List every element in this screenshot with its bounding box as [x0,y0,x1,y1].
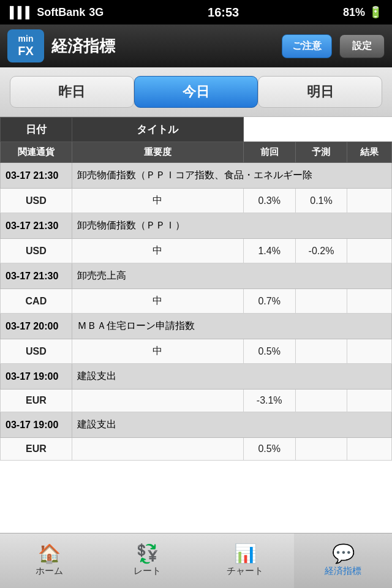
event-currency: EUR [1,438,72,461]
tab-chart-label: チャート [227,565,263,577]
event-currency: EUR [1,390,72,412]
table-row[interactable]: 03-17 20:00 ＭＢＡ住宅ローン申請指数 [1,314,392,339]
event-previous: 0.5% [243,438,295,461]
network-label: 3G [89,6,104,19]
event-result [347,189,392,213]
event-previous: 0.3% [243,189,295,213]
event-importance: 中 [72,289,243,314]
event-importance: 中 [72,189,243,213]
event-title: 建設支出 [72,412,391,438]
event-importance: 中 [72,239,243,263]
app-logo: min FX [7,29,44,62]
title-header: タイトル [72,118,243,142]
forecast-header: 予測 [295,142,347,163]
table-row[interactable]: 03-17 21:30 卸売物価指数（ＰＰＩコア指数、食品・エネルギー除 [1,163,392,189]
event-datetime: 03-17 19:00 [1,412,72,438]
tab-indicators[interactable]: 💬 経済指標 [294,533,392,588]
event-datetime: 03-17 20:00 [1,314,72,339]
events-table-container: 日付 タイトル 関連通貨 重要度 前回 予測 結果 03-17 21:30 卸売… [0,117,392,533]
tab-rates[interactable]: 💱 レート [98,533,196,588]
result-header: 結果 [347,142,392,163]
day-selector: 昨日 今日 明日 [0,67,392,117]
previous-header: 前回 [243,142,295,163]
event-previous: 0.5% [243,339,295,364]
time-label: 16:53 [208,6,239,20]
event-datetime: 03-17 21:30 [1,263,72,289]
event-title: 卸売物価指数（ＰＰＩ） [72,213,391,239]
table-row[interactable]: 03-17 21:30 卸売物価指数（ＰＰＩ） [1,213,392,239]
event-forecast: 0.1% [295,189,347,213]
indicators-icon: 💬 [332,545,355,563]
list-item: CAD 中 0.7% [1,289,392,314]
battery-label: 81% [343,6,365,19]
tab-rates-label: レート [134,565,161,577]
home-icon: 🏠 [38,545,61,563]
event-result [347,289,392,314]
event-currency: USD [1,339,72,364]
event-title: 卸売物価指数（ＰＰＩコア指数、食品・エネルギー除 [72,163,391,189]
column-header-row: 日付 タイトル [1,118,392,142]
list-item: EUR 0.5% [1,438,392,461]
event-forecast [295,339,347,364]
list-item: USD 中 1.4% -0.2% [1,239,392,263]
event-datetime: 03-17 21:30 [1,163,72,189]
sub-header-row: 関連通貨 重要度 前回 予測 結果 [1,142,392,163]
event-previous: 1.4% [243,239,295,263]
event-currency: USD [1,239,72,263]
importance-header: 重要度 [72,142,243,163]
status-bar: ▌▌▌ SoftBank 3G 16:53 81% 🔋 [0,0,392,24]
event-result [347,239,392,263]
event-datetime: 03-17 19:00 [1,364,72,390]
event-importance [72,390,243,412]
tomorrow-button[interactable]: 明日 [258,76,382,108]
table-row[interactable]: 03-17 19:00 建設支出 [1,364,392,390]
bottom-tabbar: 🏠 ホーム 💱 レート 📊 チャート 💬 経済指標 [0,533,392,588]
status-right: 81% 🔋 [343,6,382,19]
event-result [347,339,392,364]
event-previous: 0.7% [243,289,295,314]
event-currency: USD [1,189,72,213]
event-forecast: -0.2% [295,239,347,263]
header: min FX 経済指標 ご注意 設定 [0,24,392,67]
event-result [347,390,392,412]
event-forecast [295,390,347,412]
event-forecast [295,289,347,314]
currency-header: 関連通貨 [1,142,72,163]
event-currency: CAD [1,289,72,314]
tab-indicators-label: 経済指標 [325,565,361,577]
logo-fx: FX [18,43,34,58]
event-forecast [295,438,347,461]
status-left: ▌▌▌ SoftBank 3G [10,6,104,19]
event-result [347,438,392,461]
battery-icon: 🔋 [369,6,382,19]
today-button[interactable]: 今日 [134,76,258,108]
event-importance: 中 [72,339,243,364]
carrier-label: SoftBank [37,6,85,19]
table-row[interactable]: 03-17 19:00 建設支出 [1,412,392,438]
logo-min: min [18,34,34,44]
yesterday-button[interactable]: 昨日 [10,76,134,108]
tab-chart[interactable]: 📊 チャート [196,533,294,588]
list-item: EUR -3.1% [1,390,392,412]
rates-icon: 💱 [136,545,159,563]
date-header: 日付 [1,118,72,142]
chart-icon: 📊 [234,545,257,563]
event-previous: -3.1% [243,390,295,412]
settings-button[interactable]: 設定 [339,34,385,58]
notice-button[interactable]: ご注意 [282,34,332,58]
event-datetime: 03-17 21:30 [1,213,72,239]
signal-icon: ▌▌▌ [10,6,33,19]
event-title: 卸売売上高 [72,263,391,289]
event-importance [72,438,243,461]
list-item: USD 中 0.3% 0.1% [1,189,392,213]
events-table: 日付 タイトル 関連通貨 重要度 前回 予測 結果 03-17 21:30 卸売… [0,117,392,461]
tab-home[interactable]: 🏠 ホーム [0,533,98,588]
tab-home-label: ホーム [36,565,63,577]
table-row[interactable]: 03-17 21:30 卸売売上高 [1,263,392,289]
event-title: ＭＢＡ住宅ローン申請指数 [72,314,391,339]
list-item: USD 中 0.5% [1,339,392,364]
page-title: 経済指標 [51,36,274,57]
event-title: 建設支出 [72,364,391,390]
